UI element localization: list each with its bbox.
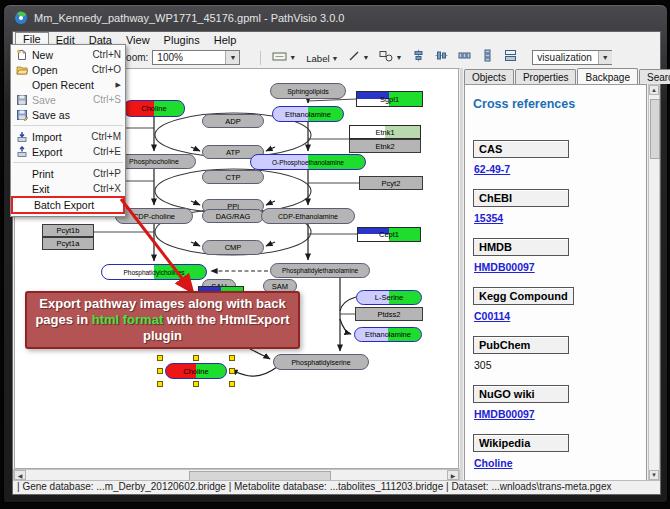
file-menu-item-save[interactable]: SaveCtrl+S [11, 92, 125, 107]
open-icon [14, 64, 29, 76]
node-label: CDP-choline [133, 212, 175, 221]
line-icon [348, 50, 360, 64]
node-ptdss2[interactable]: Ptdss2 [355, 307, 423, 321]
menu-help[interactable]: Help [207, 33, 244, 47]
node-choline-selected[interactable]: Choline [165, 363, 227, 379]
scroll-down-icon[interactable]: ▼ [649, 470, 659, 480]
pathway-edge [340, 319, 351, 334]
file-menu-item-batch-export[interactable]: Batch Export [11, 196, 125, 214]
node-adp[interactable]: ADP [202, 114, 264, 128]
datanode-tool-button[interactable]: ▼ [268, 48, 300, 67]
node-label: O-Phosphoethanolamine [272, 159, 344, 166]
xref-value: C00114 [474, 310, 646, 322]
node-cept1[interactable]: Cept1 [357, 227, 421, 242]
distribute-vertical-button[interactable] [477, 47, 498, 66]
new-icon [14, 49, 29, 61]
node-label: Phosphatidylserine [291, 359, 350, 366]
vertical-scrollbar[interactable]: ▲ ▼ [648, 84, 660, 481]
selection-handle[interactable] [229, 368, 235, 374]
menu-item-label: Print [32, 168, 87, 180]
title-bar[interactable]: Mm_Kennedy_pathway_WP1771_45176.gpml - P… [14, 8, 657, 28]
align-vertical-button[interactable] [431, 47, 452, 66]
xref-link-choline[interactable]: Choline [474, 457, 513, 469]
cross-reference-list: CAS62-49-7ChEBI15354HMDBHMDB00097Kegg Co… [465, 139, 646, 469]
vertical-scroll-thumb[interactable] [650, 99, 660, 159]
saveas-icon [14, 109, 29, 121]
pathway-edge [231, 367, 277, 376]
zoom-combobox[interactable]: 100% ▼ [152, 50, 240, 65]
node-choline[interactable]: Choline [123, 100, 185, 117]
visualization-combobox[interactable]: visualization ▼ [532, 50, 612, 65]
scroll-right-icon[interactable]: ▶ [447, 470, 459, 480]
node-ethanolamine[interactable]: Ethanolamine [272, 106, 344, 122]
node-label: CDP-Ethanolamine [278, 213, 338, 220]
menu-item-label: Open Recent [32, 79, 110, 91]
node-l-serine[interactable]: L-Serine [356, 290, 422, 305]
tab-objects[interactable]: Objects [464, 69, 514, 84]
selection-handle[interactable] [157, 368, 163, 374]
menu-separator [13, 125, 123, 126]
visualization-value: visualization [537, 52, 591, 63]
selection-handle[interactable] [157, 381, 163, 387]
scroll-up-icon[interactable]: ▲ [649, 85, 659, 95]
cross-references-heading: Cross references [473, 97, 646, 111]
save-icon [14, 94, 29, 106]
xref-link-c00114[interactable]: C00114 [474, 310, 510, 322]
common-size-button[interactable] [500, 47, 521, 66]
node-phosphatidylcholines[interactable]: Phosphatidylcholines [101, 264, 207, 280]
tab-backpage[interactable]: Backpage [577, 68, 637, 84]
node-o-phosphoethanolamine[interactable]: O-Phosphoethanolamine [250, 154, 366, 170]
distribute-horizontal-button[interactable] [454, 47, 475, 66]
xref-hmdb: HMDBHMDB00097 [473, 237, 646, 273]
node-pcyt2[interactable]: Pcyt2 [359, 176, 423, 190]
gene-connector-line [308, 99, 356, 101]
xref-link-62-49-7[interactable]: 62-49-7 [474, 163, 510, 175]
selection-handle[interactable] [229, 381, 235, 387]
selection-handle[interactable] [193, 381, 199, 387]
file-menu-item-import[interactable]: ImportCtrl+M [11, 129, 125, 144]
node-cmp[interactable]: CMP [202, 240, 264, 255]
file-menu-item-new[interactable]: NewCtrl+N [11, 47, 125, 62]
xref-link-15354[interactable]: 15354 [474, 212, 503, 224]
tab-properties[interactable]: Properties [515, 69, 577, 84]
selection-handle[interactable] [229, 355, 235, 361]
node-ctp[interactable]: CTP [202, 170, 264, 184]
pathway-edge [191, 147, 200, 151]
xref-source-label: HMDB [473, 238, 569, 256]
node-etnk1[interactable]: Etnk1 [349, 125, 421, 139]
node-cdp-ethanolamine[interactable]: CDP-Ethanolamine [261, 208, 355, 224]
node-label: CTP [226, 173, 241, 182]
node-cdp-choline[interactable]: CDP-choline [115, 208, 193, 224]
file-menu-item-save-as[interactable]: Save as [11, 107, 125, 122]
file-menu-item-exit[interactable]: ExitCtrl+X [11, 181, 125, 196]
node-dag[interactable]: DAG/RAG [202, 209, 264, 223]
tab-search[interactable]: Search [639, 69, 670, 84]
label-tool-button[interactable]: Label▼ [302, 49, 342, 68]
node-etnk2[interactable]: Etnk2 [349, 139, 421, 153]
menu-plugins[interactable]: Plugins [157, 33, 207, 47]
scroll-left-icon[interactable]: ◀ [14, 470, 26, 480]
shape-tool-button[interactable]: ▼ [375, 48, 406, 67]
file-menu-item-open-recent[interactable]: Open Recent▶ [11, 77, 125, 92]
xref-link-hmdb00097[interactable]: HMDB00097 [474, 261, 535, 273]
file-menu-item-open[interactable]: OpenCtrl+O [11, 62, 125, 77]
file-menu-item-print[interactable]: PrintCtrl+P [11, 166, 125, 181]
node-phosphatidylserine[interactable]: Phosphatidylserine [273, 354, 369, 370]
node-pcyt1a[interactable]: Pcyt1a [42, 237, 94, 250]
line-tool-button[interactable]: ▼ [344, 48, 373, 67]
node-ethanolamine-2[interactable]: Ethanolamine [354, 327, 422, 342]
selection-handle[interactable] [193, 355, 199, 361]
node-pcyt1b[interactable]: Pcyt1b [42, 224, 94, 237]
file-menu-item-export[interactable]: ExportCtrl+E [11, 144, 125, 159]
node-sgpl1[interactable]: Sgpl1 [356, 91, 423, 107]
xref-source-label: ChEBI [473, 189, 569, 207]
menu-shortcut: Ctrl+X [93, 183, 121, 194]
menu-shortcut: Ctrl+E [93, 146, 121, 157]
import-icon [14, 131, 29, 143]
node-phosphatidylethanolamine[interactable]: Phosphatidylethanolamine [270, 263, 370, 278]
align-horizontal-button[interactable] [408, 47, 429, 66]
xref-link-hmdb00097[interactable]: HMDB00097 [474, 408, 535, 420]
node-sphingolipids[interactable]: Sphingolipids [270, 83, 346, 99]
selection-handle[interactable] [157, 355, 163, 361]
node-label: Phosphatidylethanolamine [282, 267, 358, 274]
